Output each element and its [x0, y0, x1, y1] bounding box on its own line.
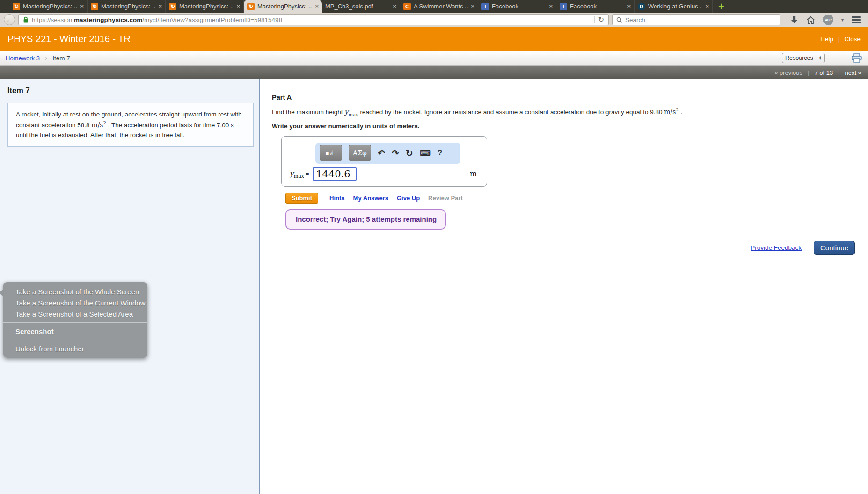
- select-stepper-icon: ▲▼: [819, 56, 822, 60]
- d-favicon: D: [638, 3, 645, 10]
- tab-label: MasteringPhysics: ...: [101, 3, 155, 10]
- pager-divider: |: [808, 69, 809, 76]
- url-text: https://session.masteringphysics.com/myc…: [32, 16, 282, 23]
- answer-input[interactable]: [313, 167, 357, 181]
- previous-item-link[interactable]: « previous: [774, 69, 802, 76]
- tab-close-icon[interactable]: ×: [393, 3, 396, 10]
- incorrect-feedback-banner: Incorrect; Try Again; 5 attempts remaini…: [285, 209, 446, 230]
- tab-label: Working at Genius ...: [648, 3, 702, 10]
- tab-chegg[interactable]: C A Swimmer Wants ... ×: [400, 0, 478, 13]
- tab-close-icon[interactable]: ×: [627, 3, 631, 10]
- tab-pdf[interactable]: MP_Ch3_sols.pdf ×: [322, 0, 400, 13]
- url-bar[interactable]: https://session.masteringphysics.com/myc…: [18, 14, 609, 25]
- part-a-heading: Part A: [272, 94, 855, 101]
- menu-icon[interactable]: [852, 16, 861, 23]
- my-answers-link[interactable]: My Answers: [353, 195, 388, 202]
- provide-feedback-link[interactable]: Provide Feedback: [751, 244, 802, 251]
- print-icon[interactable]: [851, 53, 862, 63]
- equation-editor: ■√□ ΑΣφ ↶ ↷ ↻ ⌨ ? ymax = m: [281, 136, 487, 187]
- answer-unit: m: [470, 169, 477, 178]
- tab-close-icon[interactable]: ×: [236, 3, 240, 10]
- part-a-panel: Part A Find the maximum height ymax reac…: [260, 79, 868, 494]
- tab-masteringphysics-3[interactable]: ↻ MasteringPhysics: ... ×: [166, 0, 244, 13]
- pager-divider: |: [838, 69, 839, 76]
- tab-label: MP_Ch3_sols.pdf: [325, 3, 390, 10]
- menu-divider: [3, 322, 147, 323]
- tab-masteringphysics-active[interactable]: ↻ MasteringPhysics: ... ×: [244, 0, 322, 13]
- tab-working-at-genius[interactable]: D Working at Genius ... ×: [635, 0, 713, 13]
- hints-link[interactable]: Hints: [329, 195, 345, 202]
- masteringphysics-favicon: ↻: [169, 3, 176, 10]
- close-link[interactable]: Close: [844, 36, 861, 43]
- tab-label: A Swimmer Wants ...: [414, 3, 468, 10]
- help-icon[interactable]: ?: [438, 149, 442, 157]
- menu-item-unlock-from-launcher[interactable]: Unlock from Launcher: [3, 343, 147, 354]
- greek-symbols-button[interactable]: ΑΣφ: [349, 145, 371, 161]
- equals-sign: =: [306, 170, 309, 177]
- tab-close-icon[interactable]: ×: [471, 3, 474, 10]
- unit-m-per-s2: m/s2: [91, 121, 106, 129]
- item-footer: Provide Feedback Continue: [272, 241, 855, 255]
- help-link[interactable]: Help: [820, 36, 833, 43]
- breadcrumb-chevron-icon: ›: [45, 54, 47, 62]
- redo-icon[interactable]: ↷: [392, 148, 399, 159]
- https-lock-icon: [23, 16, 29, 23]
- unit-m-per-s2: m/s2: [664, 108, 679, 116]
- tab-masteringphysics-1[interactable]: ↻ MasteringPhysics: ... ×: [9, 0, 88, 13]
- next-item-link[interactable]: next »: [845, 69, 861, 76]
- masteringphysics-favicon: ↻: [247, 3, 255, 10]
- tab-label: MasteringPhysics: ...: [179, 3, 233, 10]
- tab-masteringphysics-2[interactable]: ↻ MasteringPhysics: ... ×: [88, 0, 166, 13]
- tab-label: Facebook: [492, 3, 546, 10]
- download-icon[interactable]: [790, 16, 798, 24]
- menu-item-screenshot-app[interactable]: Screenshot: [3, 326, 147, 337]
- new-tab-button[interactable]: +: [718, 2, 724, 11]
- answer-instruction: Write your answer numerically in units o…: [272, 123, 855, 130]
- reload-icon[interactable]: ↻: [598, 15, 604, 24]
- launcher-context-menu: Take a Screenshot of the Whole Screen Ta…: [3, 282, 147, 358]
- tab-close-icon[interactable]: ×: [549, 3, 553, 10]
- breadcrumb: Homework 3 › Item 7 Resources ▲▼: [0, 51, 868, 66]
- submit-button[interactable]: Submit: [285, 193, 318, 204]
- undo-icon[interactable]: ↶: [378, 148, 385, 159]
- keyboard-icon[interactable]: ⌨: [420, 148, 431, 158]
- header-divider: |: [838, 36, 840, 43]
- resources-select[interactable]: Resources ▲▼: [782, 53, 825, 63]
- breadcrumb-current-item: Item 7: [52, 55, 70, 62]
- math-templates-button[interactable]: ■√□: [320, 145, 342, 161]
- tab-close-icon[interactable]: ×: [705, 3, 709, 10]
- equation-toolbar: ■√□ ΑΣφ ↶ ↷ ↻ ⌨ ?: [315, 143, 460, 164]
- url-divider: [594, 16, 595, 23]
- part-a-question: Find the maximum height ymax reached by …: [272, 107, 855, 117]
- tab-close-icon[interactable]: ×: [315, 3, 319, 10]
- breadcrumb-homework-link[interactable]: Homework 3: [6, 55, 40, 62]
- tab-close-icon[interactable]: ×: [80, 3, 84, 10]
- answer-variable: ymax: [290, 169, 304, 179]
- menu-item-screenshot-whole-screen[interactable]: Take a Screenshot of the Whole Screen: [3, 286, 147, 297]
- continue-button[interactable]: Continue: [814, 241, 855, 255]
- search-bar[interactable]: [612, 14, 780, 25]
- facebook-favicon: f: [560, 3, 567, 10]
- back-button[interactable]: ←: [4, 14, 15, 25]
- course-title: PHYS 221 - Winter 2016 - TR: [7, 34, 131, 44]
- browser-navbar: ← https://session.masteringphysics.com/m…: [0, 13, 868, 27]
- facebook-favicon: f: [481, 3, 489, 10]
- search-icon: [616, 17, 622, 23]
- masteringphysics-favicon: ↻: [13, 3, 20, 10]
- adblock-plus-icon[interactable]: ABP: [823, 15, 833, 25]
- chevron-down-icon[interactable]: ▾: [841, 17, 844, 22]
- menu-item-screenshot-selected-area[interactable]: Take a Screenshot of a Selected Area: [3, 308, 147, 320]
- tab-label: Facebook: [570, 3, 624, 10]
- search-input[interactable]: [625, 16, 776, 23]
- problem-statement: A rocket, initially at rest on the groun…: [7, 103, 254, 147]
- home-icon[interactable]: [806, 16, 815, 24]
- menu-item-screenshot-current-window[interactable]: Take a Screenshot of the Current Window: [3, 297, 147, 308]
- tab-facebook-1[interactable]: f Facebook ×: [478, 0, 556, 13]
- give-up-link[interactable]: Give Up: [397, 195, 420, 202]
- tab-close-icon[interactable]: ×: [158, 3, 162, 10]
- tab-facebook-2[interactable]: f Facebook ×: [556, 0, 635, 13]
- feedback-message: Incorrect; Try Again; 5 attempts remaini…: [296, 215, 437, 223]
- reset-icon[interactable]: ↻: [406, 148, 413, 159]
- course-header: PHYS 221 - Winter 2016 - TR Help | Close: [0, 27, 868, 51]
- item-title: Item 7: [7, 86, 252, 95]
